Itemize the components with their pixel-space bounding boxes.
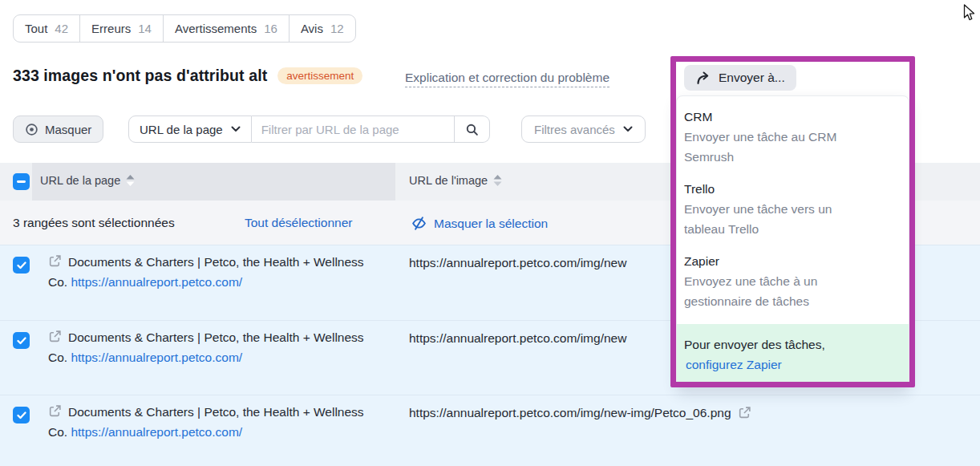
chevron-down-icon <box>231 126 241 132</box>
sort-icon <box>493 174 502 187</box>
issue-heading: 333 images n'ont pas d'attribut alt aver… <box>13 67 362 85</box>
column-label: URL de la page <box>40 174 120 187</box>
filter-field-select[interactable]: URL de la page <box>128 115 252 143</box>
page-url-link[interactable]: https://annualreport.petco.com/ <box>71 347 242 367</box>
tab-avertissements[interactable]: Avertissements 16 <box>163 15 289 42</box>
row-checkbox[interactable] <box>13 332 30 349</box>
deselect-all-link[interactable]: Tout désélectionner <box>245 216 352 230</box>
indeterminate-icon <box>17 180 26 183</box>
external-link-icon[interactable] <box>48 330 62 343</box>
site-audit-issue-screen: Tout 42 Erreurs 14 Avertissements 16 Avi… <box>0 0 980 466</box>
menu-item-trello[interactable]: Trello Envoyer une tâche vers un tableau… <box>684 179 909 239</box>
tab-count: 12 <box>330 22 344 35</box>
sort-icon <box>126 174 135 187</box>
send-to-label: Envoyer à... <box>719 71 785 85</box>
image-url-text: https://annualreport.petco.com/img/new-i… <box>409 403 731 423</box>
check-icon <box>17 261 26 269</box>
external-link-icon[interactable] <box>48 404 62 418</box>
image-url-cell: https://annualreport.petco.com/img/new-i… <box>409 403 751 423</box>
page-cell: Documents & Charters | Petco, the Health… <box>48 252 369 292</box>
eye-off-icon <box>411 216 427 231</box>
menu-item-name: Zapier <box>684 251 909 271</box>
chevron-down-icon <box>623 126 633 132</box>
hide-button-label: Masquer <box>45 123 91 136</box>
page-url-link[interactable]: https://annualreport.petco.com/ <box>71 272 242 292</box>
warning-badge: avertissement <box>277 67 362 85</box>
row-checkbox[interactable] <box>13 257 30 274</box>
advanced-filters-label: Filtres avancés <box>534 123 615 136</box>
external-link-icon[interactable] <box>48 254 62 268</box>
tab-count: 42 <box>55 22 68 35</box>
tab-tout[interactable]: Tout 42 <box>14 15 79 42</box>
send-to-menu: CRM Envoyer une tâche au CRM Semrush Tre… <box>676 95 909 387</box>
image-url-cell: https://annualreport.petco.com/img/new <box>409 253 626 273</box>
hide-selection-link[interactable]: Masquer la sélection <box>411 216 548 231</box>
image-url-cell: https://annualreport.petco.com/img/new <box>409 328 626 348</box>
hide-selection-label: Masquer la sélection <box>434 217 548 231</box>
tab-count: 14 <box>138 22 152 35</box>
hide-button[interactable]: Masquer <box>13 115 103 143</box>
check-icon <box>17 337 26 345</box>
tab-label: Avertissements <box>175 22 257 35</box>
menu-item-name: Trello <box>684 179 909 199</box>
page-cell: Documents & Charters | Petco, the Health… <box>48 327 369 367</box>
image-url-text: https://annualreport.petco.com/img/new <box>409 328 626 348</box>
menu-item-description: Envoyer une tâche vers un tableau Trello <box>684 199 862 239</box>
tab-count: 16 <box>264 22 277 35</box>
image-url-text: https://annualreport.petco.com/img/new <box>409 253 626 273</box>
send-arrow-icon <box>695 71 711 85</box>
page-title: 333 images n'ont pas d'attribut alt <box>13 67 267 85</box>
footer-text: Pour envoyer des tâches, <box>684 338 825 351</box>
issue-type-tabs: Tout 42 Erreurs 14 Avertissements 16 Avi… <box>13 14 356 43</box>
url-filter-input[interactable] <box>252 115 455 143</box>
search-button[interactable] <box>455 115 490 143</box>
url-filter-group: URL de la page <box>128 115 490 143</box>
column-header-image-url[interactable]: URL de l'image <box>409 174 502 187</box>
tab-label: Tout <box>25 22 47 35</box>
menu-item-crm[interactable]: CRM Envoyer une tâche au CRM Semrush <box>684 107 909 167</box>
page-url-link[interactable]: https://annualreport.petco.com/ <box>71 422 242 442</box>
select-all-checkbox[interactable] <box>13 173 30 190</box>
menu-item-zapier[interactable]: Zapier Envoyez une tâche à un gestionnai… <box>684 251 909 311</box>
page-cell: Documents & Charters | Petco, the Health… <box>48 402 369 442</box>
tab-avis[interactable]: Avis 12 <box>289 15 355 42</box>
check-icon <box>17 411 26 419</box>
tab-erreurs[interactable]: Erreurs 14 <box>79 15 163 42</box>
column-header-page-url[interactable]: URL de la page <box>40 174 135 187</box>
eye-icon <box>25 123 38 136</box>
mouse-cursor <box>963 4 976 22</box>
zapier-setup-footer: Pour envoyer des tâches, configurez Zapi… <box>677 324 909 387</box>
advanced-filters-button[interactable]: Filtres avancés <box>521 115 646 143</box>
external-link-icon[interactable] <box>738 406 751 419</box>
column-label: URL de l'image <box>409 174 488 187</box>
search-icon <box>465 123 479 136</box>
menu-item-description: Envoyez une tâche à un gestionnaire de t… <box>684 271 862 311</box>
configure-zapier-link[interactable]: configurez Zapier <box>684 355 782 375</box>
selection-count: 3 rangées sont sélectionnées <box>13 216 175 230</box>
filter-field-value: URL de la page <box>140 123 223 136</box>
send-to-button[interactable]: Envoyer à... <box>684 65 796 91</box>
table-row: Documents & Charters | Petco, the Health… <box>0 395 980 466</box>
row-checkbox[interactable] <box>13 407 30 423</box>
tab-label: Erreurs <box>91 22 131 35</box>
menu-item-description: Envoyer une tâche au CRM Semrush <box>684 127 862 167</box>
send-to-menu-items: CRM Envoyer une tâche au CRM Semrush Tre… <box>677 96 909 311</box>
tab-label: Avis <box>301 22 323 35</box>
menu-item-name: CRM <box>684 107 909 127</box>
issue-help-link[interactable]: Explication et correction du problème <box>405 71 609 87</box>
